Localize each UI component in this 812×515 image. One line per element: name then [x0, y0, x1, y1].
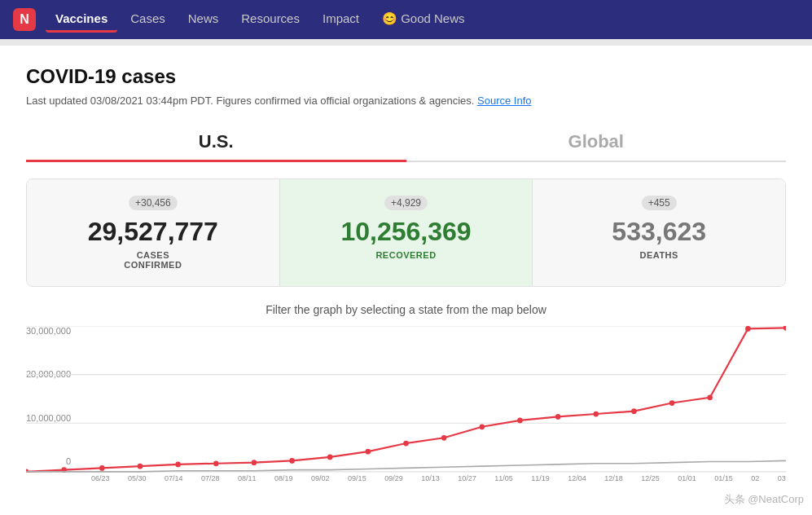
cases-label: CASESCONFIRMED — [124, 250, 182, 270]
deaths-badge: +455 — [642, 196, 677, 210]
tab-global[interactable]: Global — [406, 123, 787, 161]
chart-svg — [26, 326, 786, 473]
svg-point-6 — [99, 465, 105, 471]
deaths-label: DEATHS — [639, 250, 678, 260]
recovered-label: RECOVERED — [375, 250, 436, 260]
recovered-number: 10,256,369 — [340, 217, 471, 247]
svg-point-10 — [252, 460, 257, 465]
svg-point-23 — [745, 326, 751, 332]
svg-point-14 — [403, 441, 409, 447]
tab-us[interactable]: U.S. — [26, 123, 406, 161]
nav-item-news[interactable]: News — [178, 7, 229, 33]
svg-point-21 — [669, 400, 675, 406]
cases-badge: +30,456 — [129, 196, 178, 210]
deaths-number: 533,623 — [612, 217, 706, 247]
view-tabs: U.S. Global — [26, 123, 786, 162]
last-updated-text: Last updated 03/08/2021 03:44pm PDT. Fig… — [26, 95, 786, 107]
svg-point-22 — [707, 394, 713, 400]
chart-hint: Filter the graph by selecting a state fr… — [26, 303, 786, 316]
page-title: COVID-19 cases — [26, 65, 786, 88]
svg-point-11 — [289, 458, 295, 464]
nav-menu: Vaccines Cases News Resources Impact 😊 G… — [46, 7, 475, 33]
cases-number: 29,527,777 — [88, 217, 218, 247]
stat-recovered: +4,929 10,256,369 RECOVERED — [280, 179, 533, 286]
chart-area: 30,000,000 20,000,000 10,000,000 0 — [26, 326, 786, 482]
x-axis: 06/23 05/30 07/14 07/28 08/11 08/19 09/0… — [26, 474, 786, 482]
svg-point-18 — [555, 414, 561, 420]
stat-cases: +30,456 29,527,777 CASESCONFIRMED — [27, 179, 280, 286]
svg-point-24 — [783, 326, 786, 331]
svg-point-20 — [631, 408, 637, 414]
svg-point-7 — [138, 464, 143, 469]
nav-item-impact[interactable]: Impact — [313, 7, 369, 33]
svg-point-8 — [175, 462, 181, 468]
chart-svg-container — [26, 326, 786, 473]
source-info-link[interactable]: Source Info — [477, 95, 532, 107]
nav-item-cases[interactable]: Cases — [121, 7, 175, 33]
svg-point-16 — [480, 424, 485, 429]
stat-deaths: +455 533,623 DEATHS — [533, 179, 785, 286]
svg-point-15 — [441, 435, 447, 441]
svg-point-17 — [517, 418, 523, 424]
main-content: COVID-19 cases Last updated 03/08/2021 0… — [0, 46, 812, 515]
svg-point-13 — [366, 449, 371, 455]
app-logo[interactable]: N — [13, 8, 36, 31]
recovered-badge: +4,929 — [384, 196, 428, 210]
svg-point-12 — [327, 455, 333, 460]
watermark: 头条 @NeatCorp — [724, 492, 804, 507]
nav-underbar — [0, 39, 812, 46]
nav-item-good-news[interactable]: 😊 Good News — [372, 7, 475, 33]
nav-item-vaccines[interactable]: Vaccines — [46, 7, 117, 33]
svg-point-9 — [213, 460, 219, 466]
stats-row: +30,456 29,527,777 CASESCONFIRMED +4,929… — [26, 178, 786, 287]
svg-point-19 — [593, 412, 599, 417]
nav-item-resources[interactable]: Resources — [231, 7, 309, 33]
main-nav: N Vaccines Cases News Resources Impact 😊… — [0, 0, 812, 39]
